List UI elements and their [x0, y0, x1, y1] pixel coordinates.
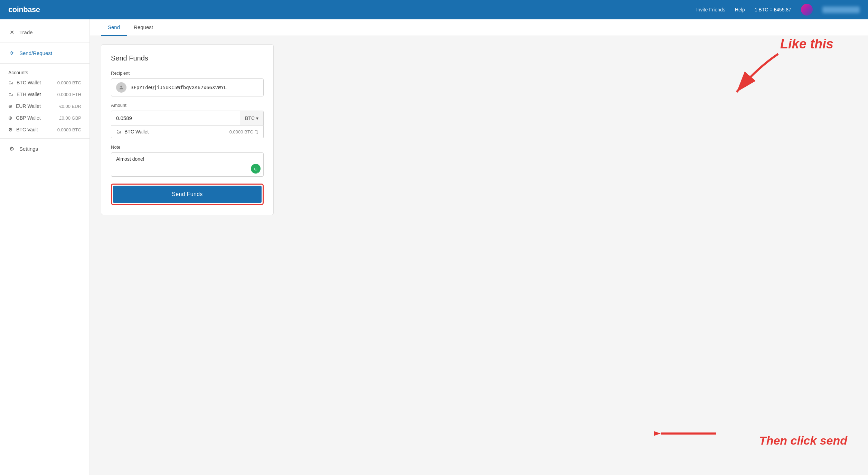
then-click-arrow [654, 423, 723, 444]
wallet-selector-right: 0.0000 BTC ⇅ [229, 129, 258, 134]
invite-friends-link[interactable]: Invite Friends [696, 7, 725, 12]
gbp-wallet-name: GBP Wallet [16, 115, 41, 121]
then-click-send-annotation: Then click send [759, 434, 847, 447]
user-name: ██████████ [822, 7, 860, 13]
sidebar-send-label: Send/Request [19, 50, 52, 56]
settings-icon: ⚙ [8, 146, 15, 152]
sidebar-item-settings[interactable]: ⚙ Settings [0, 141, 89, 156]
wallet-left: 🗂 BTC Wallet [8, 80, 41, 85]
amount-currency-selector[interactable]: BTC ▾ [240, 111, 263, 125]
note-group: Note Almost done! ☺ ⋮⋮ [111, 145, 264, 177]
amount-group: Amount BTC ▾ 🗂 BTC Wallet 0.0000 BTC ⇅ [111, 103, 264, 138]
amount-input[interactable] [111, 111, 240, 125]
sidebar: ✕ Trade ✈ Send/Request Accounts 🗂 BTC Wa… [0, 19, 90, 475]
sidebar-gbp-wallet[interactable]: ⊕ GBP Wallet £0.00 GBP [0, 112, 89, 124]
recipient-avatar [116, 82, 126, 93]
accounts-label: Accounts [0, 66, 89, 77]
header-nav: Invite Friends Help 1 BTC = £455.87 ████… [696, 4, 860, 16]
header: coinbase Invite Friends Help 1 BTC = £45… [0, 0, 868, 19]
btc-wallet-amount: 0.0000 BTC [57, 80, 81, 85]
wallet-left: ⊕ GBP Wallet [8, 115, 41, 121]
send-card-title: Send Funds [111, 54, 264, 62]
tabs-bar: Send Request [90, 19, 868, 36]
sidebar-btc-vault[interactable]: ⚙ BTC Vault 0.0000 BTC [0, 124, 89, 136]
eth-wallet-name: ETH Wallet [17, 92, 41, 97]
layout: ✕ Trade ✈ Send/Request Accounts 🗂 BTC Wa… [0, 19, 868, 475]
wallet-balance: 0.0000 BTC [229, 129, 253, 134]
wallet-selector[interactable]: 🗂 BTC Wallet 0.0000 BTC ⇅ [111, 125, 264, 138]
wallet-left: 🗂 ETH Wallet [8, 92, 41, 97]
btc-wallet-name: BTC Wallet [17, 80, 41, 85]
send-button-wrapper: Send Funds [111, 184, 264, 205]
like-this-arrow [723, 47, 792, 99]
wallet-left: ⊕ EUR Wallet [8, 103, 41, 109]
tab-send[interactable]: Send [101, 19, 127, 36]
like-this-annotation: Like this [780, 37, 833, 52]
avatar[interactable] [801, 4, 813, 16]
btc-vault-icon: ⚙ [8, 127, 13, 132]
eur-wallet-icon: ⊕ [8, 103, 12, 109]
sidebar-trade-label: Trade [19, 29, 33, 35]
send-funds-card: Send Funds Recipient 3FpYTdeQjiJ5UKC5Wfb… [101, 44, 274, 215]
sidebar-item-trade[interactable]: ✕ Trade [0, 25, 89, 40]
sidebar-btc-wallet[interactable]: 🗂 BTC Wallet 0.0000 BTC [0, 77, 89, 89]
btc-vault-amount: 0.0000 BTC [57, 127, 81, 132]
sidebar-settings-label: Settings [19, 146, 38, 152]
sidebar-divider-2 [0, 63, 89, 64]
wallet-folder-icon: 🗂 [116, 129, 121, 134]
btc-vault-name: BTC Vault [16, 127, 38, 132]
recipient-label: Recipient [111, 71, 264, 76]
recipient-group: Recipient 3FpYTdeQjiJ5UKC5WfbqVXs67x66XV… [111, 71, 264, 96]
wallet-selector-left: 🗂 BTC Wallet [116, 129, 149, 134]
sidebar-eur-wallet[interactable]: ⊕ EUR Wallet €0.00 EUR [0, 100, 89, 112]
svg-point-0 [120, 86, 122, 87]
eur-wallet-name: EUR Wallet [16, 103, 41, 109]
sidebar-divider-1 [0, 43, 89, 43]
gbp-wallet-icon: ⊕ [8, 115, 12, 121]
trade-icon: ✕ [8, 29, 15, 36]
resize-handle: ⋮⋮ [256, 172, 263, 176]
send-funds-button[interactable]: Send Funds [113, 186, 262, 203]
tab-request[interactable]: Request [127, 19, 160, 36]
btc-rate: 1 BTC = £455.87 [755, 7, 791, 12]
sidebar-divider-3 [0, 138, 89, 139]
recipient-input-field[interactable]: 3FpYTdeQjiJ5UKC5WfbqVXs67x66XVWYL [111, 78, 264, 96]
recipient-address: 3FpYTdeQjiJ5UKC5WfbqVXs67x66XVWYL [131, 85, 227, 90]
eth-wallet-amount: 0.0000 ETH [57, 92, 81, 97]
btc-wallet-icon: 🗂 [8, 80, 13, 85]
wallet-selector-name: BTC Wallet [124, 129, 149, 134]
gbp-wallet-amount: £0.00 GBP [59, 115, 81, 121]
eur-wallet-amount: €0.00 EUR [59, 104, 81, 109]
note-label: Note [111, 145, 264, 150]
note-area[interactable]: Almost done! ☺ ⋮⋮ [111, 152, 264, 177]
amount-row: BTC ▾ [111, 111, 264, 125]
eth-wallet-icon: 🗂 [8, 92, 13, 97]
logo: coinbase [8, 5, 40, 14]
send-request-icon: ✈ [8, 50, 15, 56]
wallet-left: ⚙ BTC Vault [8, 127, 38, 132]
main-content: Send Request Send Funds Recipient 3FpYTd… [90, 19, 868, 475]
amount-label: Amount [111, 103, 264, 108]
sidebar-item-send-request[interactable]: ✈ Send/Request [0, 46, 89, 60]
wallet-updown-icon: ⇅ [255, 129, 258, 134]
note-text: Almost done! [116, 156, 258, 162]
sidebar-eth-wallet[interactable]: 🗂 ETH Wallet 0.0000 ETH [0, 89, 89, 100]
help-link[interactable]: Help [735, 7, 745, 12]
